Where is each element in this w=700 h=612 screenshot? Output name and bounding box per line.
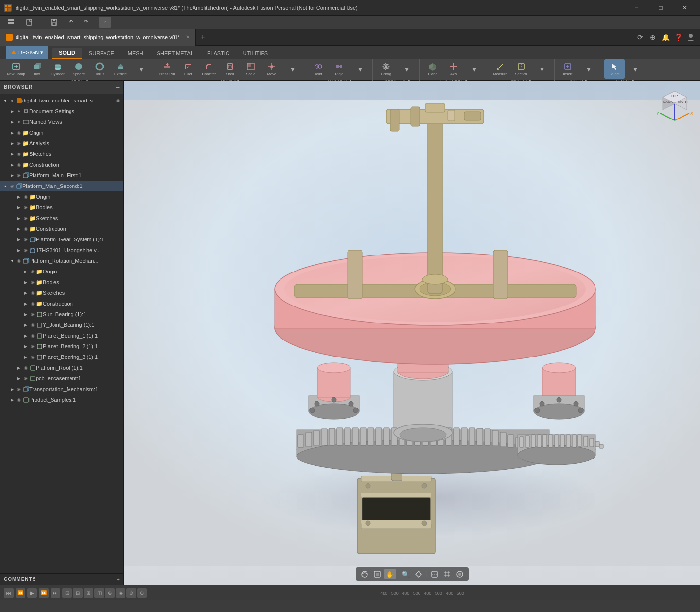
tree-gear-system[interactable]: ▶ ◉ Platform_Gear_System (1):1 [0,234,123,245]
redo-button[interactable]: ↷ [79,17,93,27]
pcb-eye[interactable]: ◉ [22,375,29,382]
comments-expand-button[interactable]: + [117,577,120,582]
sketches-l3-eye[interactable]: ◉ [29,289,36,296]
tree-platform-main-first[interactable]: ▶ ◉ Platform_Main_First:1 [0,170,123,181]
cylinder-button[interactable]: Cylinder [48,59,68,79]
root-item[interactable]: ▾ ● digital_twin_enabled_smart_s... ◉ [0,95,123,106]
sun-bearing-eye[interactable]: ◉ [29,311,36,318]
orbit-button[interactable] [359,569,370,579]
sketches-l2-arrow[interactable]: ▶ [16,215,22,221]
axis-button[interactable]: Axis [443,59,464,79]
tb-icon-1[interactable]: ⊡ [62,588,72,598]
bodies-l2-eye[interactable]: ◉ [22,204,29,211]
roof-eye[interactable]: ◉ [22,364,29,371]
select-button[interactable]: Select [604,59,625,79]
torus-button[interactable]: Torus [89,59,110,79]
fillet-button[interactable]: Fillet [178,59,198,79]
undo-button[interactable]: ↶ [64,17,78,27]
roof-arrow[interactable]: ▶ [16,364,22,371]
origin-l1-arrow[interactable]: ▶ [9,129,16,136]
tb-icon-2[interactable]: ⊟ [73,588,83,598]
tree-document-settings[interactable]: ▶ ● Document Settings [0,106,123,117]
named-views-arrow[interactable]: ▶ [9,119,16,125]
construction-l1-eye[interactable]: ◉ [16,161,22,168]
add-tab-icon[interactable]: ⊕ [648,32,658,43]
close-button[interactable]: ✕ [674,0,696,16]
tree-construction-l3[interactable]: ▶ ◉ 📁 Construction [0,298,123,309]
press-pull-button[interactable]: Press Pull [157,59,177,79]
pb2-eye[interactable]: ◉ [29,343,36,350]
construction-l2-eye[interactable]: ◉ [22,225,29,232]
pan-button[interactable]: ✋ [384,569,396,579]
tree-sketches-l3[interactable]: ▶ ◉ 📁 Sketches [0,288,123,298]
origin-l2-eye[interactable]: ◉ [22,193,29,200]
tree-platform-main-second[interactable]: ▾ ◉ Platform_Main_Second:1 [0,181,123,191]
samples-eye[interactable]: ◉ [16,396,22,403]
sketches-l2-eye[interactable]: ◉ [22,215,29,221]
shell-button[interactable]: Shell [220,59,240,79]
pb3-eye[interactable]: ◉ [29,354,36,360]
sun-bearing-arrow[interactable]: ▶ [22,311,29,318]
browser-collapse-button[interactable]: − [116,84,120,91]
tree-sun-bearing[interactable]: ▶ ◉ Sun_Bearing (1):1 [0,309,123,320]
tab-close-button[interactable]: ✕ [186,34,190,40]
pb2-arrow[interactable]: ▶ [22,343,29,350]
new-tab-button[interactable]: + [196,29,210,46]
scale-button[interactable]: Scale [241,59,261,79]
toolbar-tab-mesh[interactable]: MESH [121,48,150,59]
tb-icon-7[interactable]: ⊘ [126,588,136,598]
pcb-arrow[interactable]: ▶ [16,375,22,382]
tree-bodies-l2[interactable]: ▶ ◉ 📁 Bodies [0,202,123,213]
construct-more-button[interactable]: ▾ [464,59,485,79]
extrude-button[interactable]: Extrude [110,59,131,79]
bodies-l3-arrow[interactable]: ▶ [22,279,29,286]
tree-origin-l3[interactable]: ▶ ◉ 📁 Origin [0,266,123,277]
root-arrow[interactable]: ▾ [2,97,9,104]
notification-icon[interactable]: 🔔 [660,32,671,43]
tb-icon-4[interactable]: ◫ [94,588,104,598]
configure-more-button[interactable]: ▾ [397,59,417,79]
toolbar-tab-surface[interactable]: SURFACE [82,48,121,59]
toolbar-tab-utilities[interactable]: UTILITIES [236,48,275,59]
pmf-arrow[interactable]: ▶ [9,172,16,179]
rot-mech-eye[interactable]: ◉ [16,257,22,264]
playback-end-button[interactable]: ⏭ [51,588,60,598]
tree-pcb-encasement[interactable]: ▶ ◉ pcb_encasement:1 [0,373,123,384]
toolbar-tab-solid[interactable]: SOLID [52,48,82,59]
rot-mech-arrow[interactable]: ▾ [9,257,16,264]
playback-forward-button[interactable]: ⏩ [39,588,49,598]
origin-l3-arrow[interactable]: ▶ [22,268,29,275]
grid-button[interactable] [441,569,453,579]
configure-button[interactable]: Config [376,59,396,79]
toolbar-tab-sheetmetal[interactable]: SHEET METAL [150,48,200,59]
tree-named-views[interactable]: ▶ ● Named Views [0,117,123,127]
active-tab[interactable]: digital_twin_enabled_smart_shipping_work… [0,29,196,46]
doc-settings-eye[interactable]: ● [16,108,22,115]
maximize-button[interactable]: □ [649,0,672,16]
pms-eye[interactable]: ◉ [9,183,16,189]
pmf-eye[interactable]: ◉ [16,172,22,179]
chamfer-button[interactable]: Chamfer [199,59,219,79]
bodies-l2-arrow[interactable]: ▶ [16,204,22,211]
sphere-button[interactable]: Sphere [69,59,89,79]
y-joint-arrow[interactable]: ▶ [22,322,29,328]
analysis-eye[interactable]: ◉ [16,140,22,147]
tree-construction-l1[interactable]: ▶ ◉ 📁 Construction [0,159,123,170]
y-joint-eye[interactable]: ◉ [29,322,36,328]
tree-origin-l1[interactable]: ▶ ◉ 📁 Origin [0,127,123,138]
tree-construction-l2[interactable]: ▶ ◉ 📁 Construction [0,223,123,234]
gear-system-eye[interactable]: ◉ [22,236,29,243]
measure-button[interactable]: Measure [490,59,510,79]
tree-17hs3401[interactable]: ▶ ◉ 17HS3401_Usongshine v... [0,245,123,255]
home-view-button[interactable] [371,569,383,579]
origin-l2-arrow[interactable]: ▶ [16,193,22,200]
tb-icon-3[interactable]: ⊞ [84,588,93,598]
tree-sketches-l2[interactable]: ▶ ◉ 📁 Sketches [0,213,123,223]
menu-save[interactable] [45,17,63,28]
bodies-l3-eye[interactable]: ◉ [29,279,36,286]
construction-l1-arrow[interactable]: ▶ [9,161,16,168]
visual-style-button[interactable] [454,569,466,579]
account-icon[interactable] [685,32,696,43]
help-icon[interactable]: ❓ [673,32,683,43]
rigid-group-button[interactable]: Rigid [329,59,350,79]
